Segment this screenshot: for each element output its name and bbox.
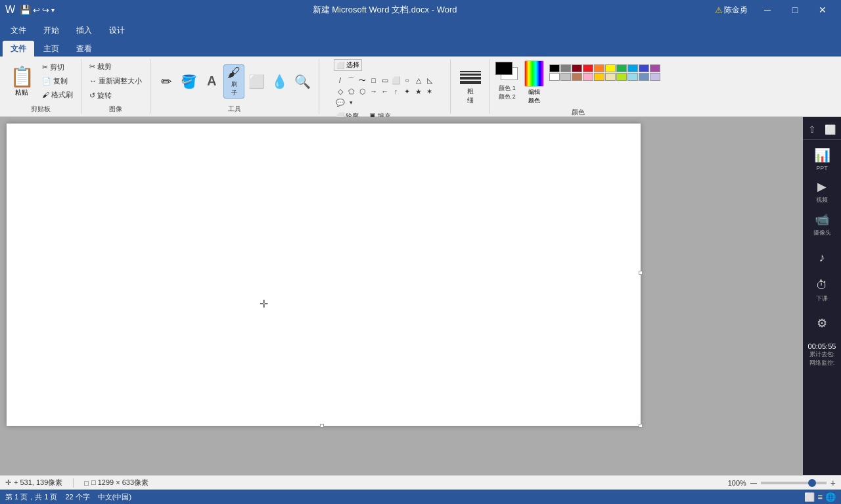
- c3[interactable]: [572, 64, 582, 72]
- zoom-slider[interactable]: [761, 482, 827, 484]
- shape-rect[interactable]: □: [369, 75, 379, 85]
- c7[interactable]: [616, 64, 627, 72]
- shape-more[interactable]: ▾: [346, 97, 357, 108]
- crop-button[interactable]: ✂ 裁剪: [87, 60, 145, 74]
- shape-line[interactable]: /: [335, 75, 346, 85]
- web-view[interactable]: 🌐: [825, 492, 836, 502]
- tab-home[interactable]: 开始: [35, 22, 67, 38]
- shape-callout[interactable]: 💬: [335, 97, 346, 108]
- video-button[interactable]: ▶ 视频: [806, 175, 838, 208]
- shape-arrow-r[interactable]: →: [369, 86, 379, 97]
- share-icon[interactable]: ⇧: [806, 122, 818, 137]
- close-button[interactable]: ✕: [809, 0, 836, 20]
- color-palette: [549, 59, 660, 81]
- minimize-button[interactable]: ─: [754, 0, 781, 20]
- tab-wenjian[interactable]: 文件: [3, 41, 34, 57]
- c6[interactable]: [605, 64, 616, 72]
- selector-label: 选择: [346, 60, 359, 70]
- thickness-button[interactable]: 粗细: [460, 68, 481, 105]
- c9[interactable]: [639, 64, 649, 72]
- tab-zhuyie[interactable]: 主页: [35, 41, 67, 57]
- shape-arrow-u[interactable]: ↑: [391, 86, 401, 97]
- shape-freeform[interactable]: 〜: [357, 75, 368, 85]
- save-icon[interactable]: 💾: [20, 5, 31, 15]
- c14[interactable]: [583, 73, 593, 81]
- paste-button[interactable]: 📋 粘贴: [5, 62, 38, 100]
- edit-color-icon: [524, 60, 544, 87]
- shape-roundrect[interactable]: ⬜: [391, 75, 401, 85]
- shape-selector-button[interactable]: ⬜ 选择: [334, 59, 362, 71]
- tab-chakan[interactable]: 查看: [68, 41, 100, 57]
- color1-selector[interactable]: [495, 62, 519, 81]
- pencil-button[interactable]: ✏: [156, 64, 177, 99]
- format-painter-button[interactable]: 🖌 格式刷: [39, 89, 76, 102]
- settings-button[interactable]: ⚙: [806, 307, 838, 340]
- camera-button[interactable]: 📹 摄像头: [806, 208, 838, 241]
- shape-rtriangle[interactable]: ◺: [424, 75, 435, 85]
- timer-button[interactable]: ⏱ 下课: [806, 274, 838, 307]
- zoom-plus-button[interactable]: +: [830, 478, 836, 488]
- resize-button[interactable]: ↔ 重新调整大小: [87, 75, 145, 88]
- resize-handle-br[interactable]: [639, 424, 643, 428]
- rotate-button[interactable]: ↺ 旋转: [87, 89, 145, 103]
- ppt-label: PPT: [816, 165, 828, 172]
- expand-icon[interactable]: ⬜: [823, 122, 838, 137]
- c12[interactable]: [560, 73, 571, 81]
- edit-color-button[interactable]: 编辑颜色: [523, 59, 545, 106]
- eraser-button[interactable]: ⬜: [246, 64, 267, 99]
- tools-items: ✏ 🪣 A 🖌 刷子 ⬜ 💧 🔍: [156, 59, 313, 103]
- c19[interactable]: [639, 73, 649, 81]
- c20[interactable]: [650, 73, 660, 81]
- magnify-button[interactable]: 🔍: [292, 64, 313, 99]
- color2-label: 颜色 2: [495, 93, 519, 101]
- redo-icon[interactable]: ↪: [42, 5, 49, 15]
- c4[interactable]: [583, 64, 593, 72]
- tab-insert[interactable]: 插入: [68, 22, 100, 38]
- resize-handle[interactable]: [639, 271, 643, 275]
- paste-icon: 📋: [10, 65, 34, 88]
- shape-triangle[interactable]: △: [413, 75, 424, 85]
- shape-diamond[interactable]: ◇: [335, 86, 346, 97]
- shape-star4[interactable]: ✦: [402, 86, 413, 97]
- drawing-canvas[interactable]: ✛: [7, 124, 641, 426]
- c11[interactable]: [549, 73, 560, 81]
- shape-ellipse[interactable]: ○: [402, 75, 413, 85]
- c15[interactable]: [594, 73, 604, 81]
- c8[interactable]: [627, 64, 638, 72]
- cut-button[interactable]: ✂ 剪切: [39, 61, 76, 74]
- tab-design[interactable]: 设计: [101, 22, 133, 38]
- shape-star6[interactable]: ✶: [424, 86, 435, 97]
- c13[interactable]: [572, 73, 582, 81]
- read-view[interactable]: ≡: [817, 492, 823, 502]
- undo-icon[interactable]: ↩: [33, 5, 40, 15]
- ppt-button[interactable]: 📊 PPT: [806, 143, 838, 175]
- text-button[interactable]: A: [201, 64, 222, 99]
- shape-curve[interactable]: ⌒: [346, 75, 357, 85]
- brush-button[interactable]: 🖌 刷子: [223, 64, 244, 99]
- fill-button[interactable]: 🪣: [178, 64, 200, 99]
- c10[interactable]: [650, 64, 660, 72]
- shape-star5[interactable]: ★: [413, 86, 424, 97]
- eyedropper-button[interactable]: 💧: [269, 64, 290, 99]
- shape-rect2[interactable]: ▭: [380, 75, 390, 85]
- zoom-minus-button[interactable]: ─: [750, 478, 757, 488]
- print-layout-view[interactable]: ⬜: [804, 492, 815, 502]
- c1[interactable]: [549, 64, 560, 72]
- music-button[interactable]: ♪: [806, 241, 838, 274]
- tools-label: 工具: [228, 103, 241, 114]
- word-icon: W: [5, 4, 15, 16]
- resize-handle-bottom[interactable]: [320, 424, 324, 428]
- shape-arrow-l[interactable]: ←: [380, 86, 390, 97]
- copy-button[interactable]: 📄 复制: [39, 75, 76, 88]
- tab-file[interactable]: 文件: [3, 22, 34, 38]
- c18[interactable]: [627, 73, 638, 81]
- canvas-wrapper[interactable]: ✛: [0, 117, 803, 475]
- c16[interactable]: [605, 73, 616, 81]
- shape-pentagon[interactable]: ⬠: [346, 86, 357, 97]
- color-row-2: [549, 73, 660, 81]
- c2[interactable]: [560, 64, 571, 72]
- maximize-button[interactable]: □: [782, 0, 808, 20]
- c17[interactable]: [616, 73, 627, 81]
- shape-hexagon[interactable]: ⬡: [357, 86, 368, 97]
- c5[interactable]: [594, 64, 604, 72]
